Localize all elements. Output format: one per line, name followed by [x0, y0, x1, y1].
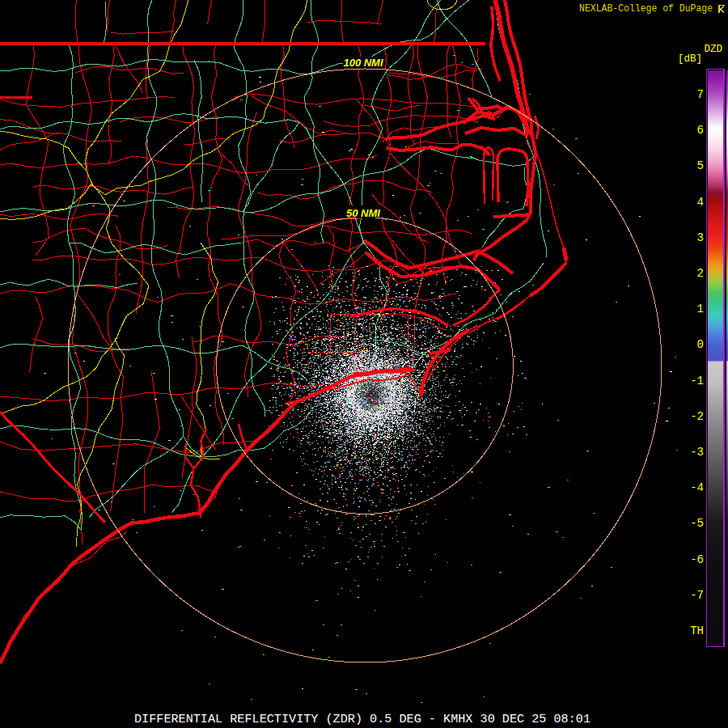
svg-text:[dB]: [dB] — [678, 53, 702, 65]
svg-text:50 NMI: 50 NMI — [346, 207, 380, 219]
svg-text:2: 2 — [697, 267, 704, 280]
svg-text:-7: -7 — [690, 589, 704, 602]
svg-text:5: 5 — [697, 159, 704, 172]
svg-text:-1: -1 — [690, 375, 704, 387]
svg-text:NEXLAB-College of DuPage: NEXLAB-College of DuPage — [579, 3, 713, 15]
svg-text:DZD: DZD — [704, 44, 722, 55]
svg-text:1: 1 — [697, 303, 704, 315]
svg-text:-5: -5 — [690, 517, 704, 530]
svg-text:-4: -4 — [690, 481, 704, 494]
svg-text:7: 7 — [697, 88, 704, 101]
svg-text:-6: -6 — [690, 553, 704, 566]
svg-text:3: 3 — [697, 231, 704, 244]
svg-text:6: 6 — [697, 124, 704, 137]
svg-text:100 NMI: 100 NMI — [343, 57, 383, 69]
svg-text:DIFFERENTIAL REFLECTIVITY (ZDR: DIFFERENTIAL REFLECTIVITY (ZDR) 0.5 DEG … — [134, 713, 590, 726]
svg-text:TH: TH — [690, 624, 704, 637]
svg-text:0: 0 — [697, 338, 704, 351]
svg-text:4: 4 — [697, 196, 704, 209]
svg-text:-3: -3 — [690, 446, 704, 459]
svg-text:-2: -2 — [690, 410, 704, 423]
